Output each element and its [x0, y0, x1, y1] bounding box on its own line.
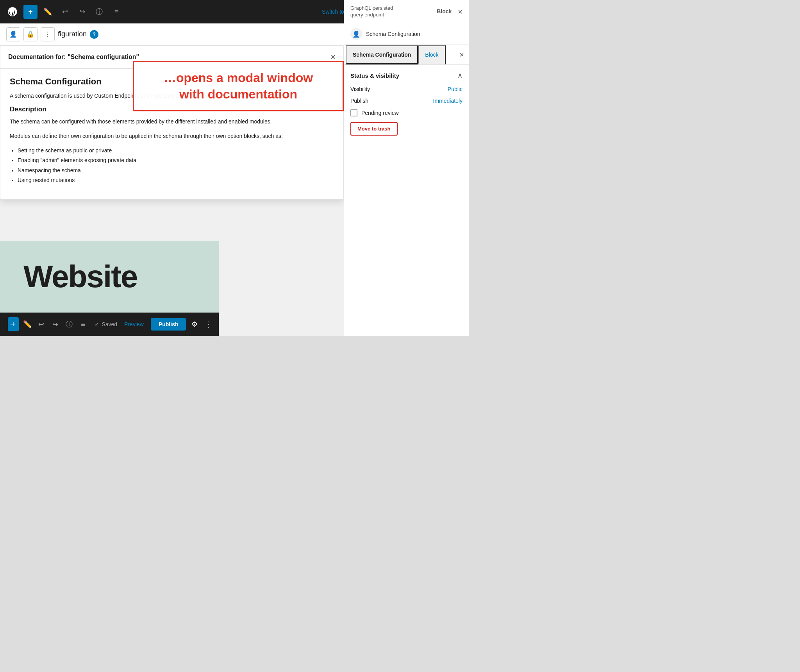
status-visibility-title: Status & visibility [350, 72, 399, 79]
status-visibility-section: Status & visibility ∧ Visibility Public … [344, 65, 469, 142]
doc-modal-description-text: The schema can be configured with those … [10, 117, 334, 126]
close-right-panel-button[interactable]: × [456, 47, 467, 63]
doc-modal-title: Documentation for: "Schema configuration… [8, 54, 139, 61]
more-options-button-bottom[interactable]: ⋮ [203, 317, 214, 331]
user-icon-btn[interactable]: 👤 [6, 27, 20, 41]
edit-button[interactable]: ✏️ [41, 5, 55, 19]
redo-button[interactable]: ↪ [75, 5, 89, 19]
panel-tabs-top: Block × [432, 6, 462, 18]
publish-row: Publish Immediately [350, 98, 462, 104]
main-content-area: Documentation for: "Schema configuration… [0, 45, 344, 336]
settings-button-bottom[interactable]: ⚙ [189, 317, 200, 331]
lock-icon-btn[interactable]: 🔒 [23, 27, 38, 41]
help-button[interactable]: ? [90, 30, 98, 39]
checkmark-icon: ✓ [95, 321, 99, 327]
pending-review-checkbox[interactable] [350, 109, 357, 116]
schema-user-icon: 👤 [350, 28, 362, 40]
visibility-value[interactable]: Public [448, 86, 462, 92]
doc-modal-list: Setting the schema as public or privateE… [18, 146, 334, 185]
annotation-box: …opens a modal windowwith documentation [133, 61, 344, 111]
website-heading: Website [23, 259, 137, 295]
tab-block-top[interactable]: Block [432, 6, 456, 18]
add-block-button[interactable]: + [23, 5, 38, 19]
close-panel-top-button[interactable]: × [458, 7, 462, 16]
preview-button-bottom[interactable]: Preview [120, 319, 148, 330]
list-view-button[interactable]: ≡ [109, 5, 123, 19]
list-item: Namespacing the schema [18, 166, 334, 175]
visibility-label: Visibility [350, 86, 370, 92]
info-button[interactable]: ⓘ [92, 5, 106, 19]
pending-review-row: Pending review [350, 109, 462, 116]
edit-button-bottom[interactable]: ✏️ [22, 317, 33, 331]
doc-modal-modules-text: Modules can define their own configurati… [10, 132, 334, 140]
redo-button-bottom[interactable]: ↪ [50, 317, 61, 331]
tab-schema-configuration[interactable]: Schema Configuration [346, 45, 418, 64]
publish-value[interactable]: Immediately [433, 98, 462, 104]
schema-config-label: Schema Configuration [366, 31, 420, 37]
list-item: Using nested mutations [18, 175, 334, 185]
collapse-section-button[interactable]: ∧ [457, 71, 462, 80]
right-panel-top: GraphQL persistedquery endpoint Block × [344, 0, 469, 23]
bottom-toolbar-inner: + ✏️ ↩ ↪ ⓘ ≡ ✓ Saved Preview Publish ⚙ ⋮ [0, 313, 219, 336]
add-block-button-bottom[interactable]: + [8, 317, 19, 331]
list-item: Setting the schema as public or private [18, 146, 334, 155]
wp-logo [5, 4, 20, 20]
annotation-text: …opens a modal windowwith documentation [164, 70, 313, 102]
right-panel-bottom: Schema Configuration Block × Status & vi… [344, 45, 469, 336]
more-sec-btn[interactable]: ⋮ [41, 27, 55, 41]
list-item: Enabling "admin" elements exposing priva… [18, 155, 334, 165]
undo-button[interactable]: ↩ [58, 5, 72, 19]
publish-button[interactable]: Publish [151, 318, 186, 331]
panel-tabs-row: Schema Configuration Block × [344, 45, 469, 65]
post-title: figuration [58, 30, 87, 38]
website-preview: Website [0, 241, 219, 313]
info-button-bottom[interactable]: ⓘ [64, 317, 75, 331]
post-title-area: figuration ? [58, 30, 98, 39]
schema-config-row: 👤 Schema Configuration [344, 23, 469, 45]
graphql-label: GraphQL persistedquery endpoint [350, 5, 393, 18]
undo-button-bottom[interactable]: ↩ [36, 317, 46, 331]
visibility-row: Visibility Public [350, 86, 462, 92]
list-view-button-bottom[interactable]: ≡ [78, 317, 89, 331]
publish-label: Publish [350, 98, 368, 104]
saved-label: Saved [102, 321, 117, 327]
saved-status: ✓ Saved [95, 321, 117, 327]
move-to-trash-button[interactable]: Move to trash [350, 122, 398, 136]
pending-review-label: Pending review [361, 110, 399, 116]
status-visibility-header: Status & visibility ∧ [350, 71, 462, 80]
tab-block-bottom[interactable]: Block [418, 45, 445, 64]
